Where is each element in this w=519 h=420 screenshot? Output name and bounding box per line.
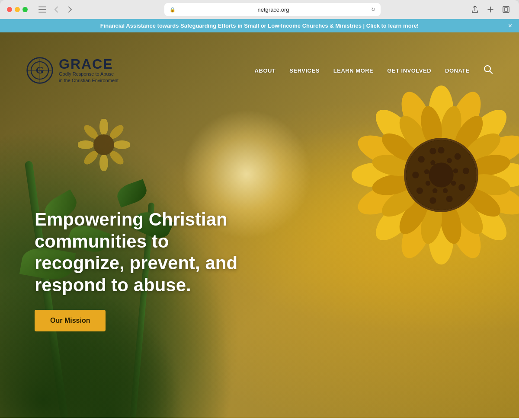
forward-button[interactable]: [64, 3, 76, 16]
hero-section: G GRACE Godly Response to Abuse in the C…: [0, 32, 519, 418]
svg-point-51: [453, 169, 458, 173]
close-button[interactable]: [7, 7, 12, 12]
nav-item-get-involved[interactable]: GET INVOLVED: [387, 67, 431, 74]
svg-point-53: [443, 188, 448, 193]
minimize-button[interactable]: [15, 7, 20, 12]
svg-point-66: [78, 140, 94, 149]
refresh-icon[interactable]: ↻: [371, 6, 375, 13]
svg-point-57: [430, 160, 435, 165]
svg-point-55: [426, 181, 430, 185]
svg-point-59: [429, 162, 453, 187]
svg-point-56: [424, 169, 429, 174]
svg-point-49: [429, 148, 436, 154]
svg-point-52: [451, 181, 456, 185]
nav-item-about[interactable]: ABOUT: [255, 67, 276, 74]
share-button[interactable]: [469, 3, 481, 16]
url-display: netgrace.org: [178, 6, 368, 13]
svg-point-45: [429, 197, 436, 204]
svg-point-64: [99, 154, 108, 171]
nav-item-donate[interactable]: DONATE: [445, 67, 470, 74]
logo-icon: G: [26, 57, 54, 84]
maximize-button[interactable]: [22, 7, 28, 12]
svg-point-43: [458, 184, 465, 191]
svg-point-40: [438, 147, 444, 153]
tabs-button[interactable]: [500, 3, 512, 16]
svg-point-54: [432, 188, 437, 193]
nav-item-services[interactable]: SERVICES: [289, 67, 320, 74]
svg-point-42: [463, 168, 469, 174]
logo-subtitle: Godly Response to Abuse in the Christian…: [59, 71, 119, 84]
svg-point-62: [113, 140, 130, 149]
nav-item-learn-more[interactable]: LEARN MORE: [333, 67, 373, 74]
hero-headline: Empowering Christian communities to reco…: [35, 209, 260, 296]
banner-text: Financial Assistance towards Safeguardin…: [100, 22, 419, 29]
logo-text-area: GRACE Godly Response to Abuse in the Chr…: [59, 57, 119, 84]
logo-grace-text: GRACE: [59, 57, 119, 71]
svg-point-46: [416, 188, 423, 194]
browser-controls: [36, 3, 76, 16]
svg-point-44: [446, 196, 452, 202]
back-button[interactable]: [50, 3, 62, 16]
sunflower-large: [350, 84, 519, 266]
svg-rect-2: [38, 12, 46, 13]
logo-area[interactable]: G GRACE Godly Response to Abuse in the C…: [26, 57, 119, 84]
address-bar[interactable]: 🔒 netgrace.org ↻: [164, 3, 381, 16]
browser-window: 🔒 netgrace.org ↻ Financial Assistance to…: [0, 0, 519, 420]
our-mission-button[interactable]: Our Mission: [35, 310, 106, 331]
svg-point-48: [418, 156, 425, 162]
svg-point-60: [99, 119, 108, 135]
svg-rect-3: [503, 6, 509, 13]
website-content: Financial Assistance towards Safeguardin…: [0, 19, 519, 420]
svg-point-41: [455, 153, 461, 159]
sunflower-small-1: [78, 119, 130, 171]
hero-content: Empowering Christian communities to reco…: [35, 209, 260, 331]
svg-line-75: [490, 71, 492, 73]
svg-point-50: [447, 158, 452, 163]
svg-rect-4: [504, 8, 508, 11]
site-header: G GRACE Godly Response to Abuse in the C…: [0, 48, 519, 93]
search-icon[interactable]: [484, 65, 493, 76]
browser-titlebar: 🔒 netgrace.org ↻: [0, 0, 519, 19]
svg-point-68: [93, 134, 114, 155]
new-tab-button[interactable]: [484, 3, 497, 16]
svg-rect-0: [38, 6, 46, 7]
svg-point-47: [412, 172, 419, 178]
sidebar-toggle-button[interactable]: [36, 3, 48, 16]
traffic-lights: [7, 7, 28, 12]
browser-actions: [469, 3, 512, 16]
nav-menu: ABOUT SERVICES LEARN MORE GET INVOLVED D…: [255, 65, 493, 76]
svg-rect-1: [38, 9, 46, 10]
lock-icon: 🔒: [170, 7, 176, 13]
banner-close-button[interactable]: ×: [508, 22, 512, 30]
announcement-banner[interactable]: Financial Assistance towards Safeguardin…: [0, 19, 519, 32]
